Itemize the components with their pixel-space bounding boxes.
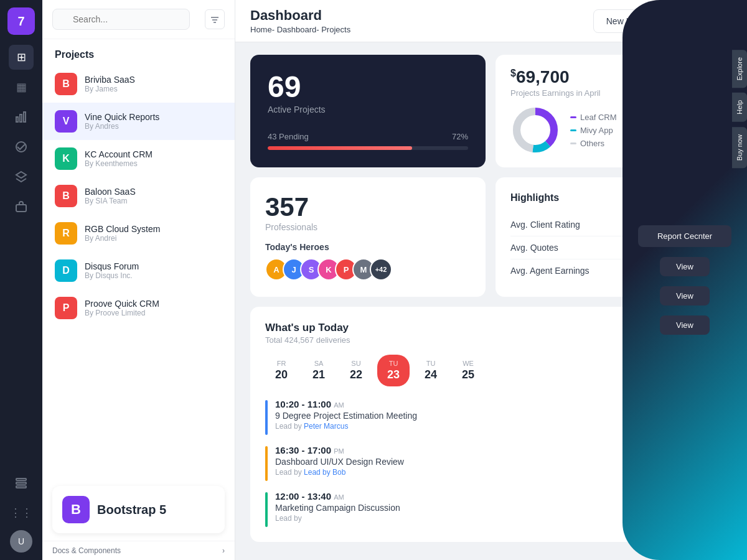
search-input[interactable] [52, 9, 190, 30]
calendar-day[interactable]: Fr 20 [265, 355, 298, 386]
right-overlay: Report Cecnter View View View Explore He… [622, 0, 747, 560]
event-time: 16:30 - 17:00 PM [275, 445, 404, 455]
side-tab-explore[interactable]: Explore [732, 50, 747, 88]
ap-progress-fill [268, 146, 412, 150]
ap-progress-bar-bg [268, 146, 468, 150]
project-item[interactable]: P Proove Quick CRM By Proove Limited [42, 289, 235, 327]
event-lead-link[interactable]: Peter Marcus [304, 422, 348, 431]
progress-percent: 72% [452, 132, 468, 141]
cal-day-num: 23 [387, 368, 400, 381]
view-button-2[interactable]: View [660, 286, 710, 306]
project-name: RGB Cloud System [85, 224, 222, 234]
cal-day-name: Fr [277, 360, 286, 367]
project-name: KC Account CRM [85, 149, 222, 159]
svg-rect-6 [16, 478, 26, 480]
project-by: By Andrei [85, 234, 222, 243]
calendar-day[interactable]: Sa 21 [303, 355, 335, 386]
event-bar [265, 400, 268, 435]
project-info: Baloon SaaS By SIA Team [85, 187, 222, 205]
user-number-badge[interactable]: 7 [7, 7, 35, 35]
donut-chart [510, 105, 560, 155]
user-avatar[interactable]: U [10, 530, 32, 553]
professionals-card: 357 Professionals Today's Heroes AJSKPM+… [250, 177, 486, 297]
project-name: Vine Quick Reports [85, 112, 222, 122]
svg-rect-2 [24, 112, 26, 122]
svg-marker-4 [16, 172, 26, 178]
side-tab-help[interactable]: Help [732, 93, 747, 122]
active-projects-label: Active Projects [268, 105, 468, 114]
sidebar-icon-dashboard[interactable]: ⊞ [9, 45, 34, 70]
project-item[interactable]: D Disqus Forum By Disqus Inc. [42, 252, 235, 289]
project-logo: B [55, 73, 77, 95]
event-lead: Lead by [275, 514, 400, 523]
project-logo: D [55, 259, 77, 282]
calendar-day[interactable]: Tu 23 [377, 355, 410, 386]
sidebar-icon-briefcase[interactable] [9, 194, 34, 219]
docs-link[interactable]: Docs & Components › [42, 541, 235, 560]
sidebar-icon-chart[interactable] [9, 105, 34, 129]
hero-avatar: +42 [370, 258, 392, 281]
sidebar-icon-settings[interactable] [9, 470, 34, 495]
project-item[interactable]: K KC Account CRM By Keenthemes [42, 140, 235, 177]
project-name: Proove Quick CRM [85, 299, 222, 309]
earnings-label: Projects Earnings in April [510, 88, 601, 98]
event-details: 10:20 - 11:00 AM 9 Degree Project Estima… [275, 399, 417, 431]
calendar-day[interactable]: Su 22 [340, 355, 372, 386]
sidebar-icon-grid[interactable]: ▦ [9, 75, 34, 100]
view-button-3[interactable]: View [660, 315, 710, 335]
sidebar-icon-dots[interactable]: ⋮⋮ [9, 500, 34, 525]
project-by: By Proove Limited [85, 309, 222, 317]
sidebar-icon-check[interactable] [9, 134, 34, 159]
filter-button[interactable] [205, 9, 225, 29]
event-time: 10:20 - 11:00 AM [275, 399, 417, 409]
view-button-1[interactable]: View [660, 257, 710, 276]
project-item[interactable]: B Briviba SaaS By James [42, 65, 235, 103]
project-item[interactable]: B Baloon SaaS By SIA Team [42, 177, 235, 215]
svg-rect-0 [16, 117, 18, 122]
project-logo: K [55, 147, 77, 170]
event-lead: Lead by Peter Marcus [275, 422, 417, 431]
breadcrumb-current: Projects [321, 25, 350, 34]
calendar-day[interactable]: We 25 [452, 355, 484, 386]
legend-dot [570, 142, 576, 144]
project-info: RGB Cloud System By Andrei [85, 224, 222, 243]
cal-day-name: Sa [314, 360, 324, 367]
cal-day-num: 21 [312, 368, 325, 381]
active-projects-bottom: 43 Pending 72% [268, 132, 468, 150]
heroes-avatars: AJSKPM+42 [265, 258, 471, 281]
project-logo: R [55, 222, 77, 245]
calendar-day[interactable]: Tu 24 [415, 355, 447, 386]
breadcrumb-home: Home- [250, 25, 275, 34]
event-bar [265, 446, 268, 481]
event-lead-link[interactable]: Lead by Bob [304, 468, 345, 477]
bootstrap-card: B Bootstrap 5 [52, 486, 225, 533]
project-logo: V [55, 110, 77, 133]
project-info: Vine Quick Reports By Andres [85, 112, 222, 131]
event-details: 12:00 - 13:40 AM Marketing Campaign Disc… [275, 491, 400, 523]
event-bar [265, 492, 268, 527]
project-name: Briviba SaaS [85, 75, 222, 85]
report-center-button[interactable]: Report Cecnter [638, 225, 731, 247]
active-projects-card: 69 Active Projects 43 Pending 72% [250, 55, 486, 167]
svg-rect-1 [20, 114, 22, 122]
professionals-label: Professionals [265, 222, 471, 232]
cal-day-name: We [463, 360, 474, 367]
project-info: KC Account CRM By Keenthemes [85, 149, 222, 168]
sidebar-icon-layers[interactable] [9, 164, 34, 189]
event-title: Dashboard UI/UX Design Review [275, 457, 404, 467]
ap-pending-row: 43 Pending 72% [268, 132, 468, 141]
side-tab-buy[interactable]: Buy now [732, 127, 747, 168]
project-item[interactable]: R RGB Cloud System By Andrei [42, 215, 235, 252]
page-title: Dashboard [250, 7, 350, 24]
project-by: By James [85, 85, 222, 93]
cal-day-name: Tu [426, 360, 436, 367]
svg-rect-5 [16, 205, 26, 212]
earnings-amount: $69,700 [510, 67, 601, 87]
project-by: By Andres [85, 122, 222, 131]
project-by: By SIA Team [85, 197, 222, 205]
project-item[interactable]: V Vine Quick Reports By Andres [42, 103, 235, 140]
breadcrumb: Home- Dashboard- Projects [250, 25, 350, 34]
project-info: Briviba SaaS By James [85, 75, 222, 93]
highlight-label: Avg. Client Rating [510, 220, 580, 230]
main-wrapper: Dashboard Home- Dashboard- Projects New … [235, 0, 747, 560]
